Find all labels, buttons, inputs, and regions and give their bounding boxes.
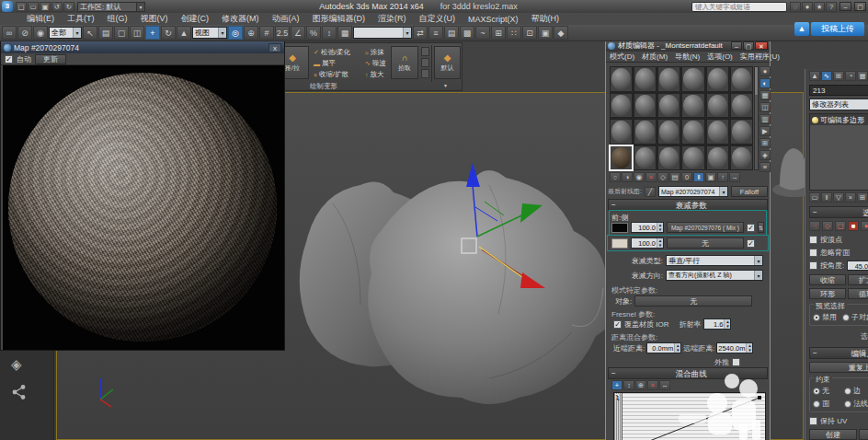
unlink-selection-icon[interactable]: ⊘	[17, 26, 32, 40]
material-sample-slot[interactable]	[706, 145, 729, 171]
save-file-icon[interactable]: ▣	[40, 2, 51, 12]
pick-button[interactable]: ∩ 拾取	[391, 46, 418, 79]
object-name-field[interactable]: 213	[809, 85, 868, 96]
sample-uv-tiling-icon[interactable]: ◫	[760, 102, 771, 112]
menu-item-1[interactable]: 工具(T)	[61, 13, 101, 25]
material-sample-slot[interactable]	[730, 119, 753, 145]
border-mode-icon[interactable]: ▢	[835, 221, 846, 231]
material-sample-slot[interactable]	[634, 93, 657, 119]
selection-filter-dropdown[interactable]: 全部▾	[49, 27, 82, 39]
selection-rollout[interactable]: 选择	[809, 206, 868, 218]
put-material-icon[interactable]: ◑	[622, 172, 633, 182]
mix-curve-graph[interactable]: 1 1 0	[613, 392, 766, 440]
go-to-parent-icon[interactable]: ↑	[717, 172, 728, 182]
render-production-icon[interactable]: ◆	[554, 26, 568, 40]
tab-motion[interactable]: ◔	[845, 71, 856, 81]
angle-spinner[interactable]: 45.0▲▼	[847, 261, 868, 271]
ring-button[interactable]: 环形	[809, 288, 846, 299]
collapse-button[interactable]: 塌陷	[859, 429, 868, 440]
polygon-mode-icon[interactable]: ■	[848, 221, 859, 231]
material-sample-slot[interactable]	[657, 145, 680, 171]
get-material-icon[interactable]: ○	[610, 172, 621, 182]
auto-update-checkbox[interactable]: ✓	[5, 55, 13, 64]
tab-display[interactable]: ▦	[857, 71, 868, 81]
make-preview-icon[interactable]: ▶	[760, 126, 771, 136]
chevron-down-icon[interactable]: ▾	[444, 82, 447, 88]
window-crossing-icon[interactable]: ◫	[130, 26, 144, 40]
material-sample-slot[interactable]	[610, 93, 633, 119]
material-sample-slot[interactable]	[681, 119, 704, 145]
grow-button[interactable]: 扩大	[848, 274, 868, 285]
override-ior-checkbox[interactable]: ✓	[613, 320, 622, 329]
menu-item-7[interactable]: 图形编辑器(D)	[306, 13, 372, 25]
named-selection-dropdown[interactable]: ▾	[353, 27, 412, 39]
layer-manager-icon[interactable]: ▤	[444, 26, 459, 40]
preview-disable-radio[interactable]	[813, 314, 820, 321]
menu-item-4[interactable]: 创建(C)	[175, 13, 216, 25]
mix-curve-rollout[interactable]: 混合曲线	[608, 367, 768, 379]
move-point-icon[interactable]: +	[611, 380, 622, 390]
render-setup-icon[interactable]: ⊡	[522, 26, 537, 40]
exaggerate-button[interactable]: ↑放大	[365, 70, 384, 79]
material-id-channel-icon[interactable]: 0	[681, 172, 692, 182]
menu-item-2[interactable]: 组(G)	[101, 13, 134, 25]
material-editor-menu-4[interactable]: 实用程序(U)	[737, 52, 783, 62]
assign-material-icon[interactable]: ◉	[634, 172, 645, 182]
repeat-last-button[interactable]: 重复上一个	[809, 362, 868, 373]
help-icon[interactable]: ?	[826, 2, 837, 12]
options-icon[interactable]: ⊞	[760, 138, 771, 148]
default-brush-button[interactable]: ◆ 默认	[434, 46, 461, 79]
select-by-material-icon[interactable]: ◈	[760, 150, 771, 160]
select-and-link-icon[interactable]: ∞	[2, 26, 17, 40]
material-sample-slot[interactable]	[706, 119, 729, 145]
reset-map-icon[interactable]: ×	[645, 172, 657, 182]
loop-button[interactable]: 循环	[848, 288, 868, 299]
flatten-button[interactable]: ▬展平	[314, 59, 336, 68]
put-to-library-icon[interactable]: ▤	[669, 172, 680, 182]
mirror-icon[interactable]: ⇄	[413, 26, 428, 40]
angle-snap-icon[interactable]: ∠	[291, 26, 305, 40]
map-window-titlebar[interactable]: Map #2070297074 x	[1, 41, 284, 53]
menu-item-11[interactable]: 帮助(H)	[525, 13, 566, 25]
reset-curve-icon[interactable]: ↔	[659, 380, 670, 390]
material-sample-slot[interactable]	[730, 145, 753, 171]
material-name-dropdown[interactable]: Map #2070297074▾	[658, 186, 728, 197]
max-logo[interactable]: 3	[2, 1, 13, 12]
share-icon[interactable]	[11, 384, 28, 400]
material-sample-slot[interactable]	[681, 145, 704, 171]
menu-item-9[interactable]: 自定义(U)	[413, 13, 463, 25]
material-sample-slot[interactable]	[657, 119, 680, 145]
slot-scrollbar[interactable]	[754, 66, 759, 170]
maximize-button[interactable]: ▢	[854, 2, 866, 11]
material-sample-slot[interactable]	[706, 66, 729, 92]
backlight-icon[interactable]: ◐	[760, 78, 771, 88]
material-sample-slot[interactable]	[610, 119, 633, 145]
align-icon[interactable]: ≡	[428, 26, 443, 40]
create-button[interactable]: 创建	[809, 429, 857, 440]
menu-item-3[interactable]: 视图(V)	[134, 13, 175, 25]
material-editor-menu-3[interactable]: 选项(O)	[703, 52, 737, 62]
make-unique-icon[interactable]: ◇	[657, 172, 668, 182]
material-editor-icon[interactable]: ∷	[507, 26, 521, 40]
bulb-icon[interactable]	[812, 117, 818, 123]
menu-item-10[interactable]: MAXScript(X)	[462, 15, 525, 24]
close-icon[interactable]: x	[268, 43, 281, 52]
eyedropper-icon[interactable]: ╱	[645, 187, 656, 197]
maximize-button[interactable]: ▢	[743, 41, 754, 50]
redo-icon[interactable]: ↻	[63, 2, 74, 12]
menu-item-0[interactable]: 编辑(E)	[20, 13, 61, 25]
by-vertex-checkbox[interactable]	[809, 236, 817, 244]
material-map-navigator-icon[interactable]: ≡	[760, 162, 771, 172]
material-sample-slot[interactable]	[681, 93, 704, 119]
video-color-check-icon[interactable]: ▥	[760, 114, 771, 124]
reference-coordinate-dropdown[interactable]: 视图▾	[192, 27, 227, 39]
relax-soften-button[interactable]: ✓松弛/柔化	[314, 48, 350, 57]
material-sample-slot[interactable]	[610, 145, 633, 171]
constraint-edge-radio[interactable]	[844, 388, 851, 395]
far-distance-spinner[interactable]: 2540.0m▲▼	[716, 342, 753, 353]
element-mode-icon[interactable]: ●	[861, 221, 868, 231]
scale-point-icon[interactable]: ↕	[623, 380, 634, 390]
menu-item-5[interactable]: 修改器(M)	[215, 13, 266, 25]
smudge-button[interactable]: ≈涂抹	[365, 48, 384, 57]
sample-type-icon[interactable]: ●	[760, 66, 771, 76]
